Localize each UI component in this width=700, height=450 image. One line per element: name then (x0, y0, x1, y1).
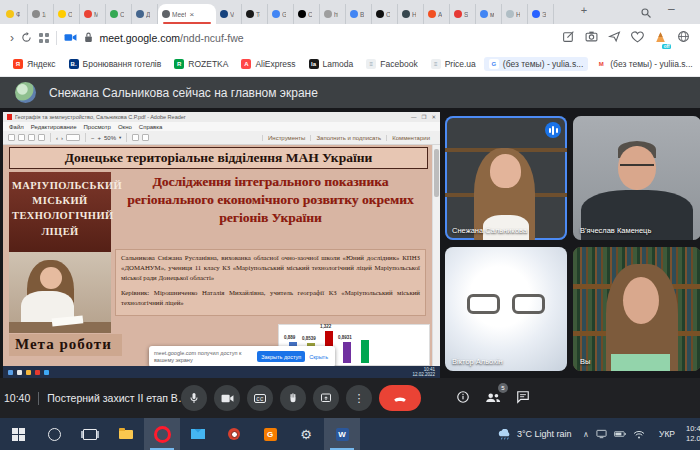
reader-menu-item[interactable]: Справка (139, 124, 163, 130)
participant-tile-snezhana[interactable]: Снежана Сальникова (445, 116, 567, 240)
browser-tab[interactable]: Те (242, 4, 268, 24)
mail-icon[interactable] (38, 134, 45, 141)
reader-minimize-button[interactable]: — (411, 114, 417, 120)
stop-sharing-button[interactable]: Закрыть доступ (257, 351, 305, 362)
browser-tab[interactable]: См (294, 4, 320, 24)
file-explorer-icon[interactable] (108, 418, 144, 450)
browser-tab[interactable]: На (398, 4, 424, 24)
battery-tray-icon[interactable] (614, 430, 626, 438)
browser-tab[interactable]: BJ (346, 4, 372, 24)
g-app-icon[interactable] (252, 418, 288, 450)
page-number-box[interactable] (66, 134, 80, 141)
zoom-level[interactable]: 50% (104, 135, 116, 141)
tab-search-icon[interactable] (640, 5, 652, 23)
url-text[interactable]: meet.google.com/ndd-ncuf-fwe (100, 32, 244, 44)
browser-tab[interactable]: Ос (372, 4, 398, 24)
participant-tile-viktor[interactable]: Віктор Альохін (445, 247, 567, 371)
microphone-button[interactable] (181, 385, 207, 411)
forward-icon[interactable]: › (10, 31, 14, 45)
screenshot-extension-icon[interactable] (585, 29, 598, 47)
participants-icon[interactable]: 5 (485, 390, 501, 408)
bookmark-item[interactable]: la Lamoda (304, 57, 359, 71)
browser-tab[interactable]: SIN (450, 4, 476, 24)
end-call-button[interactable] (379, 385, 421, 411)
hide-popup-link[interactable]: Скрыть (309, 354, 330, 360)
browser-tab[interactable]: Ос (54, 4, 80, 24)
reader-menu-item[interactable]: Редактирование (31, 124, 77, 130)
present-button[interactable] (313, 385, 339, 411)
reader-menu-item[interactable]: Окно (118, 124, 132, 130)
camera-button[interactable] (214, 385, 240, 411)
chat-icon[interactable] (516, 390, 530, 408)
lock-icon[interactable] (84, 29, 93, 47)
open-icon[interactable] (8, 134, 15, 141)
zoom-dropdown-icon[interactable]: ▾ (119, 135, 121, 140)
taskbar-clock[interactable]: 10:44 12.02.2022 (686, 418, 700, 450)
browser-tab[interactable]: М (80, 4, 106, 24)
bookmark-item[interactable]: ≡ Facebook (361, 57, 422, 71)
task-view-icon[interactable] (72, 418, 108, 450)
scrollbar-thumb[interactable] (434, 149, 439, 197)
tab-close-icon[interactable]: × (189, 10, 194, 19)
cortana-search-icon[interactable] (36, 418, 72, 450)
window-minimize-button[interactable]: – (668, 2, 675, 16)
reader-panel-tab[interactable]: Заполнить и подписать (310, 135, 386, 141)
bookmark-item[interactable]: B. Бронювання готелів (64, 57, 167, 71)
vpn-extension-icon[interactable]: off (654, 29, 667, 47)
next-page-icon[interactable]: › (61, 135, 63, 141)
captions-button[interactable]: cc (247, 385, 273, 411)
browser-tab[interactable]: Эк (528, 4, 554, 24)
reader-panel-tab[interactable]: Инструменты (262, 135, 310, 141)
reader-panel-tab[interactable]: Комментарии (386, 135, 435, 141)
browser-tab[interactable]: Фо (2, 4, 28, 24)
participant-tile-you[interactable]: Вы (573, 247, 700, 371)
reader-menu-item[interactable]: Просмотр (83, 124, 110, 130)
raise-hand-button[interactable] (280, 385, 306, 411)
reader-close-button[interactable]: ✕ (431, 114, 436, 120)
browser-tab[interactable]: Meet × (158, 4, 216, 24)
heart-extension-icon[interactable] (631, 29, 644, 47)
bookmark-item[interactable]: ≡ Price.ua (426, 57, 481, 71)
reader-scrollbar[interactable] (432, 145, 440, 366)
start-button[interactable] (0, 418, 36, 450)
bookmark-item[interactable]: R ROZETKA (169, 57, 233, 71)
browser-tab[interactable]: До (132, 4, 158, 24)
zoom-in-icon[interactable]: + (98, 135, 102, 141)
print-icon[interactable] (28, 134, 35, 141)
weather-widget[interactable]: 3°C Light rain (497, 418, 572, 450)
reader-menu-item[interactable]: Файл (9, 124, 24, 130)
display-tray-icon[interactable] (596, 429, 607, 439)
mail-app-icon[interactable] (180, 418, 216, 450)
bookmark-item[interactable]: A AliExpress (236, 57, 300, 71)
bookmark-item[interactable]: G (без темы) - yulia.s... (484, 57, 588, 71)
info-icon[interactable] (456, 390, 470, 408)
browser-tab[interactable]: 1(2 (28, 4, 54, 24)
settings-gear-icon[interactable]: ⚙ (288, 418, 324, 450)
browser-tab[interactable]: ht (320, 4, 346, 24)
apps-grid-icon[interactable] (39, 33, 49, 43)
browser-tab[interactable]: Аb (424, 4, 450, 24)
photo-viewer-icon[interactable] (216, 418, 252, 450)
browser-tab[interactable]: Go (268, 4, 294, 24)
new-tab-button[interactable]: + (574, 0, 594, 20)
reload-icon[interactable] (21, 29, 32, 47)
participant-tile-vyacheslav[interactable]: В'ячеслав Каменець (573, 116, 700, 240)
wifi-tray-icon[interactable] (633, 430, 645, 439)
save-icon[interactable] (18, 134, 25, 141)
browser-tab[interactable]: мв (476, 4, 502, 24)
send-extension-icon[interactable] (608, 29, 621, 47)
bookmark-item[interactable]: Я Яндекс (8, 57, 61, 71)
reader-maximize-button[interactable]: ❐ (421, 114, 426, 120)
camera-in-use-icon[interactable] (64, 29, 77, 47)
opera-browser-icon[interactable] (144, 418, 180, 450)
fit-width-icon[interactable] (132, 134, 139, 141)
globe-extension-icon[interactable] (677, 29, 690, 47)
prev-page-icon[interactable]: ‹ (56, 135, 58, 141)
language-indicator[interactable]: УКР (659, 418, 675, 450)
edit-share-extension-icon[interactable] (562, 29, 575, 47)
zoom-out-icon[interactable]: − (91, 135, 95, 141)
browser-tab[interactable]: Но (502, 4, 528, 24)
tray-chevron-icon[interactable]: ∧ (583, 430, 589, 439)
more-options-button[interactable]: ⋮ (346, 385, 372, 411)
browser-tab[interactable]: Се (106, 4, 132, 24)
